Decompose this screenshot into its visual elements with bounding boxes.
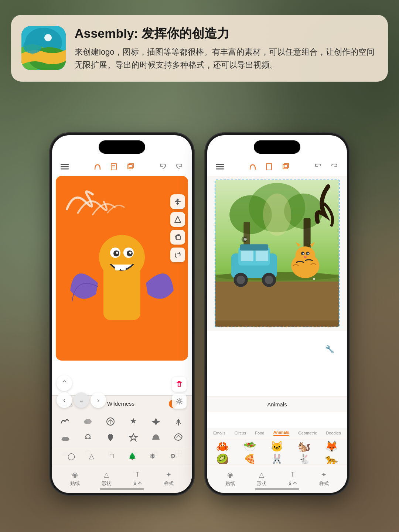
card-title: Assembly: 发挥你的创造力 xyxy=(75,26,376,41)
tab-style-2[interactable]: ✦ 样式 xyxy=(308,471,340,487)
tab-text-2[interactable]: T 文本 xyxy=(277,471,308,487)
redo-icon[interactable] xyxy=(174,161,184,172)
phone-2-toolbar xyxy=(207,157,347,176)
arch-icon-2[interactable] xyxy=(248,161,258,172)
copy-tool[interactable] xyxy=(170,230,185,245)
tab-style-1[interactable]: ✦ 样式 xyxy=(153,471,185,487)
sticker-item[interactable] xyxy=(77,430,99,445)
svg-rect-67 xyxy=(241,249,253,261)
cat-food[interactable]: Food xyxy=(255,431,264,435)
sticker-item-2[interactable]: 🐱 xyxy=(264,440,290,453)
svg-point-80 xyxy=(304,256,307,258)
arch-icon[interactable] xyxy=(92,161,103,172)
tab-sticker-1[interactable]: ◉ 贴纸 xyxy=(59,471,91,487)
flip-tool[interactable] xyxy=(170,212,185,227)
svg-rect-22 xyxy=(115,265,120,270)
undo-icon[interactable] xyxy=(158,161,168,172)
sticker-item[interactable] xyxy=(122,414,144,429)
svg-point-29 xyxy=(178,400,180,402)
menu-icon-2[interactable] xyxy=(215,161,225,172)
tab-shape-label-2: 形状 xyxy=(257,480,266,487)
toolbar-center-2 xyxy=(248,161,290,172)
tab-sticker-2[interactable]: ◉ 贴纸 xyxy=(215,471,246,487)
sticker-item-2[interactable]: 🍕 xyxy=(237,453,263,464)
document-icon-2[interactable] xyxy=(264,161,274,172)
canvas-2-wrapper xyxy=(207,176,347,331)
wrench-icon[interactable]: 🔧 xyxy=(323,342,337,356)
sticker-item-2[interactable]: 🐇 xyxy=(291,453,318,464)
svg-rect-50 xyxy=(284,163,289,168)
svg-rect-68 xyxy=(256,249,268,261)
toolbar-center-1 xyxy=(92,161,135,172)
tool-row-btn-1[interactable]: ◯ xyxy=(65,450,77,462)
toolbar-right-2 xyxy=(313,161,340,172)
tab-shape-1[interactable]: △ 形状 xyxy=(91,471,122,487)
layers-icon[interactable] xyxy=(125,161,135,172)
sticker-item-2[interactable]: 🥝 xyxy=(209,453,236,464)
sticker-item[interactable] xyxy=(100,430,122,445)
tab-shape-2[interactable]: △ 形状 xyxy=(246,471,277,487)
sticker-item-2[interactable]: 🐿️ xyxy=(291,440,318,453)
sticker-item[interactable] xyxy=(168,430,190,445)
cat-circus[interactable]: Circus xyxy=(235,431,246,435)
svg-rect-45 xyxy=(216,164,224,165)
tool-panel-1 xyxy=(170,194,185,262)
sticker-item-2[interactable]: 🐰 xyxy=(264,453,290,464)
nav-left[interactable]: ‹ xyxy=(57,392,72,408)
sticker-item-2[interactable]: 🦀 xyxy=(209,440,236,453)
tool-row-btn-5[interactable]: ❋ xyxy=(147,450,158,462)
tab-style-label-1: 样式 xyxy=(164,480,174,487)
tool-row-btn-3[interactable]: □ xyxy=(106,450,118,462)
svg-rect-6 xyxy=(61,164,69,165)
delete-tool[interactable] xyxy=(172,377,187,392)
sticker-item[interactable] xyxy=(54,430,76,445)
svg-point-54 xyxy=(263,194,291,236)
dynamic-island-1 xyxy=(99,140,145,154)
undo-icon-2[interactable] xyxy=(313,161,323,172)
sticker-item-2[interactable]: 🐆 xyxy=(318,453,345,464)
sticker-item[interactable] xyxy=(122,430,144,445)
tab-text-label-2: 文本 xyxy=(288,480,297,487)
svg-point-35 xyxy=(61,439,65,441)
svg-rect-9 xyxy=(111,163,116,170)
resize-tool[interactable] xyxy=(170,194,185,209)
svg-rect-48 xyxy=(266,163,272,170)
sticker-item[interactable] xyxy=(168,414,190,429)
svg-point-5 xyxy=(23,39,42,54)
tool-row-1: ◯ △ □ 🌲 ❋ ⚙ xyxy=(52,448,192,464)
cat-animals[interactable]: Animals xyxy=(273,430,289,436)
nav-right[interactable]: › xyxy=(91,392,106,408)
category-name-2: Animals xyxy=(215,401,340,407)
sticker-item[interactable] xyxy=(54,414,76,429)
tab-shape-label-1: 形状 xyxy=(102,480,111,487)
svg-point-61 xyxy=(313,278,315,280)
cat-doodles[interactable]: Doodles xyxy=(326,431,341,435)
phone-2: 🔧 Animals Emojis Circus Food Animals Geo… xyxy=(205,133,349,495)
canvas-2-scene xyxy=(215,180,339,327)
sticker-item-2[interactable]: 🦊 xyxy=(318,440,345,453)
document-icon[interactable] xyxy=(109,161,119,172)
tool-row-btn-2[interactable]: △ xyxy=(86,450,98,462)
rotate-tool[interactable] xyxy=(170,248,185,262)
info-card: Assembly: 发挥你的创造力 来创建logo，图标，插图等等都很棒。有丰富… xyxy=(11,15,388,82)
category-bar-2: Animals xyxy=(207,396,347,412)
sticker-item[interactable] xyxy=(77,414,99,429)
layers-icon-2[interactable] xyxy=(280,161,290,172)
tool-row-btn-6[interactable]: ⚙ xyxy=(167,450,179,462)
tab-text-1[interactable]: T 文本 xyxy=(122,471,153,487)
cat-emojis[interactable]: Emojis xyxy=(213,431,225,435)
svg-rect-49 xyxy=(283,164,287,169)
tool-row-btn-4[interactable]: 🌲 xyxy=(126,450,138,462)
phones-container: ⌃ ‹ ⌄ › xyxy=(0,133,399,532)
sticker-item[interactable] xyxy=(100,414,122,429)
sticker-item[interactable] xyxy=(145,414,167,429)
settings-tool[interactable] xyxy=(172,394,187,409)
nav-center[interactable]: ⌄ xyxy=(74,392,89,408)
menu-icon[interactable] xyxy=(59,161,70,172)
redo-icon-2[interactable] xyxy=(329,161,340,172)
nav-up[interactable]: ⌃ xyxy=(57,375,72,391)
sticker-item[interactable] xyxy=(145,430,167,445)
cat-geometric[interactable]: Geometric xyxy=(298,431,317,435)
svg-point-72 xyxy=(265,276,273,284)
sticker-item-2[interactable]: 🥗 xyxy=(237,440,263,453)
